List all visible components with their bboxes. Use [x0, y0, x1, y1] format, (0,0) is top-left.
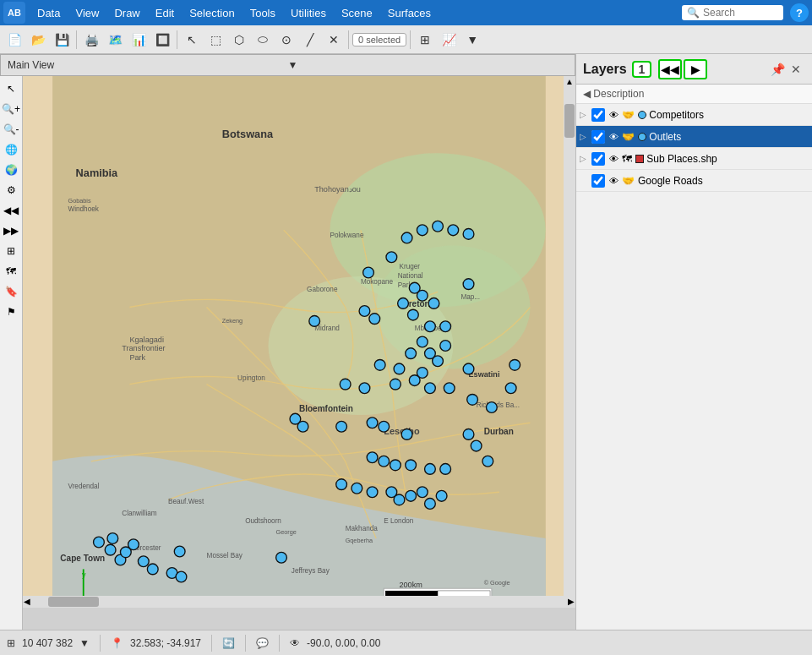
- svg-text:Richards Ba...: Richards Ba...: [477, 401, 520, 409]
- nav-back-btn[interactable]: ◀◀: [658, 59, 682, 79]
- status-rotation: -90.0, 0.00, 0.00: [307, 637, 380, 649]
- pin-panel-btn[interactable]: 📌: [768, 60, 787, 79]
- menu-edit[interactable]: Edit: [149, 3, 181, 23]
- menu-data[interactable]: Data: [30, 3, 67, 23]
- layer-row-competitors[interactable]: ▷ 👁 🤝 Competitors: [576, 104, 812, 126]
- select-poly[interactable]: ⬡: [228, 29, 250, 51]
- menu-surfaces[interactable]: Surfaces: [381, 3, 438, 23]
- map-button[interactable]: 🗺️: [104, 29, 126, 51]
- search-input[interactable]: [703, 7, 775, 19]
- select-line[interactable]: ╱: [299, 29, 321, 51]
- next-btn[interactable]: ▶▶: [2, 221, 20, 240]
- zoom-in-btn[interactable]: 🔍+: [2, 100, 20, 118]
- dot-outlets: [638, 133, 646, 141]
- select-button[interactable]: 🔲: [151, 29, 173, 51]
- layer-visible-competitors[interactable]: [591, 108, 605, 122]
- map-type-btn[interactable]: 🗺: [2, 262, 20, 281]
- print-button[interactable]: 🖨️: [80, 29, 102, 51]
- svg-point-104: [105, 544, 116, 555]
- svg-point-78: [505, 383, 516, 394]
- arrow-select-btn[interactable]: ↖: [2, 79, 20, 98]
- svg-point-85: [463, 429, 474, 440]
- pointer-button[interactable]: ↖: [181, 29, 203, 51]
- nav-fwd-btn[interactable]: ▶: [684, 59, 707, 79]
- svg-text:Oudtshoorn: Oudtshoorn: [245, 517, 281, 525]
- scroll-left-btn[interactable]: ◀: [23, 596, 31, 608]
- svg-point-82: [367, 418, 378, 428]
- svg-text:Clanwilliam: Clanwilliam: [122, 510, 157, 517]
- svg-point-94: [336, 479, 347, 490]
- eye-icon-googleroads: 👁: [607, 174, 620, 188]
- prev-btn[interactable]: ◀◀: [2, 201, 20, 220]
- scale-dropdown[interactable]: ▼: [79, 637, 90, 649]
- map-collapse-btn[interactable]: ▼: [288, 59, 569, 71]
- svg-point-56: [440, 321, 451, 332]
- stats-btn[interactable]: 📈: [438, 29, 460, 51]
- status-sep4: [279, 635, 280, 652]
- scroll-thumb-v[interactable]: [564, 104, 575, 138]
- menu-view[interactable]: View: [68, 3, 106, 23]
- more-btn[interactable]: ▼: [461, 29, 483, 51]
- svg-point-43: [417, 225, 428, 236]
- globe2-btn[interactable]: 🌍: [2, 161, 20, 179]
- grid-btn[interactable]: ⊞: [2, 242, 20, 260]
- back-arrow[interactable]: ◀: [583, 88, 591, 100]
- layer-visible-subplaces[interactable]: [591, 152, 605, 166]
- select-lasso[interactable]: ⬭: [252, 29, 274, 51]
- svg-point-57: [309, 316, 320, 327]
- layers-description: ◀ Description: [576, 85, 812, 104]
- vertical-scrollbar[interactable]: ▲ ▼: [564, 76, 575, 608]
- help-button[interactable]: ?: [790, 3, 809, 22]
- layer-button[interactable]: 📊: [128, 29, 150, 51]
- layer-row-subplaces[interactable]: ▷ 👁 🗺 Sub Places.shp: [576, 148, 812, 170]
- svg-point-58: [359, 306, 370, 317]
- rect-subplaces: [635, 155, 644, 163]
- menu-utilities[interactable]: Utilities: [284, 3, 333, 23]
- deselect-button[interactable]: ✕: [323, 29, 345, 51]
- search-box[interactable]: 🔍: [682, 5, 783, 20]
- svg-point-47: [363, 267, 374, 278]
- svg-text:200km: 200km: [400, 581, 422, 589]
- table-btn[interactable]: ⊞: [414, 29, 436, 51]
- svg-text:Bloemfontein: Bloemfontein: [299, 404, 353, 413]
- close-panel-btn[interactable]: ✕: [787, 60, 805, 79]
- flag-btn[interactable]: ⚑: [2, 303, 20, 321]
- menu-draw[interactable]: Draw: [107, 3, 146, 23]
- layers-title: Layers: [583, 62, 627, 77]
- open-button[interactable]: 📂: [27, 29, 49, 51]
- new-button[interactable]: 📄: [3, 29, 25, 51]
- menu-selection[interactable]: Selection: [183, 3, 241, 23]
- select-rect[interactable]: ⬚: [204, 29, 226, 51]
- select-circle[interactable]: ⊙: [275, 29, 297, 51]
- layer-row-outlets[interactable]: ▷ 👁 🤝 Outlets: [576, 126, 812, 148]
- scroll-thumb-h[interactable]: [48, 597, 99, 607]
- main-container: Main View ▼ ↖ 🔍+ 🔍- 🌐 🌍 ⚙ ◀◀ ▶▶ ⊞ 🗺 🔖: [0, 54, 812, 630]
- layer-visible-googleroads[interactable]: [591, 174, 605, 188]
- svg-point-92: [425, 464, 436, 475]
- globe-btn[interactable]: 🌐: [2, 140, 20, 159]
- map-view-header: Main View ▼: [0, 54, 575, 76]
- svg-point-112: [107, 533, 118, 544]
- svg-point-81: [336, 421, 347, 432]
- layers-body: ▷ 👁 🤝 Competitors ▷ 👁 🤝 Outlets: [576, 104, 812, 630]
- bookmark-btn[interactable]: 🔖: [2, 282, 20, 301]
- svg-text:Zekeng: Zekeng: [222, 317, 243, 325]
- layers-header: Layers 1 ◀◀ ▶ 📌 ✕: [576, 54, 812, 85]
- dot-competitors: [638, 111, 646, 119]
- gear-btn[interactable]: ⚙: [2, 181, 20, 199]
- scroll-up-btn[interactable]: ▲: [564, 76, 575, 87]
- svg-text:Upington: Upington: [237, 374, 265, 382]
- menu-scene[interactable]: Scene: [335, 3, 379, 23]
- svg-point-68: [463, 363, 474, 374]
- save-button[interactable]: 💾: [51, 29, 73, 51]
- eye-icon-competitors: 👁: [607, 108, 620, 122]
- layer-row-googleroads[interactable]: 👁 🤝 Google Roads: [576, 170, 812, 192]
- svg-point-71: [359, 383, 370, 394]
- scroll-right-btn[interactable]: ▶: [567, 596, 575, 608]
- horizontal-scrollbar[interactable]: ◀ ▶: [23, 596, 575, 608]
- zoom-out-btn[interactable]: 🔍-: [2, 120, 20, 139]
- menu-tools[interactable]: Tools: [243, 3, 282, 23]
- map-canvas[interactable]: Namibia Botswana Thohoyanدou Windhoek Go…: [23, 76, 575, 608]
- layer-visible-outlets[interactable]: [591, 130, 605, 144]
- svg-point-103: [94, 537, 105, 548]
